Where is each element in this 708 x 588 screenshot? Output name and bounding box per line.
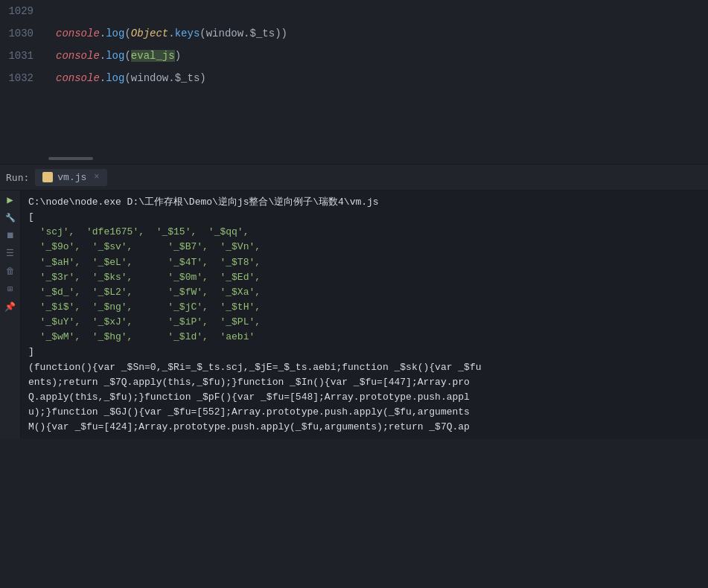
terminal-func-line1: (function(){var _$Sn=0,_$Ri=_$_ts.scj,_$…: [28, 360, 701, 375]
terminal-items-line4: '_$3r', '_$ks', '_$0m', '_$Ed',: [28, 270, 701, 285]
terminal-bracket-close: ]: [28, 345, 701, 359]
editor-area: 1029 1030 console.log(Object.keys(window…: [0, 0, 708, 164]
pin-icon[interactable]: 📌: [4, 301, 16, 313]
terminal-items-line6: '_$i$', '_$ng', '_$jC', '_$tH',: [28, 300, 701, 315]
tab-bar: Run: vm.js ×: [0, 164, 708, 191]
code-line-1029: 1029: [0, 0, 708, 22]
terminal-command-line: C:\node\node.exe D:\工作存根\Demo\逆向js整合\逆向例…: [28, 195, 701, 210]
tab-label: vm.js: [57, 172, 86, 183]
code-line-1030: 1030 console.log(Object.keys(window.$_ts…: [0, 22, 708, 45]
line-number-1032: 1032: [0, 72, 48, 84]
terminal-items-line7: '_$uY', '_$xJ', '_$iP', '_$PL',: [28, 315, 701, 330]
terminal-items-line2: '_$9o', '_$sv', '_$B7', '_$Vn',: [28, 240, 701, 255]
list-icon[interactable]: ☰: [4, 247, 16, 259]
terminal-func-line3: Q.apply(this,_$fu);}function _$pF(){var …: [28, 390, 701, 405]
code-line-1032: 1032 console.log(window.$_ts): [0, 67, 708, 89]
terminal-items-line3: '_$aH', '_$eL', '_$4T', '_$T8',: [28, 255, 701, 270]
line-number-1030: 1030: [0, 28, 48, 39]
code-line-empty-2: [0, 112, 708, 134]
terminal-func-line2: ents);return _$7Q.apply(this,_$fu);}func…: [28, 375, 701, 390]
stop-icon[interactable]: ⏹: [4, 229, 16, 241]
code-lines: 1029 1030 console.log(Object.keys(window…: [0, 0, 708, 164]
terminal-func-line4: u);}function _$GJ(){var _$fu=[552];Array…: [28, 405, 701, 420]
terminal-sidebar: ▶ 🔧 ⏹ ☰ 🗑 ⊞ 📌: [0, 191, 21, 439]
line-number-1029: 1029: [0, 5, 48, 17]
code-line-1031: 1031 console.log(eval_js): [0, 45, 708, 67]
line-content-1031: console.log(eval_js): [48, 50, 708, 62]
terminal-bracket-open: [: [28, 210, 701, 225]
play-button[interactable]: ▶: [4, 194, 16, 205]
line-content-1032: console.log(window.$_ts): [48, 72, 708, 84]
line-number-1031: 1031: [0, 50, 48, 62]
terminal-items-line8: '_$wM', '_$hg', '_$ld', 'aebi': [28, 330, 701, 345]
terminal-items-line1: 'scj', 'dfe1675', '_$15', '_$qq',: [28, 225, 701, 240]
tab-close-icon[interactable]: ×: [94, 172, 99, 182]
wrench-icon[interactable]: 🔧: [4, 211, 16, 223]
vm-tab[interactable]: vm.js ×: [35, 169, 106, 186]
run-label: Run:: [6, 172, 29, 183]
tab-file-icon: [42, 172, 53, 182]
code-line-empty-1: [0, 89, 708, 112]
line-content-1030: console.log(Object.keys(window.$_ts)): [48, 28, 708, 39]
trash-icon[interactable]: 🗑: [4, 265, 16, 277]
terminal-items-line5: '_$d_', '_$L2', '_$fW', '_$Xa',: [28, 285, 701, 300]
editor-scrollbar[interactable]: [48, 157, 93, 160]
terminal-area: ▶ 🔧 ⏹ ☰ 🗑 ⊞ 📌 C:\node\node.exe D:\工作存根\D…: [0, 191, 708, 439]
grid-icon[interactable]: ⊞: [4, 283, 16, 295]
terminal-func-line5: M(){var _$fu=[424];Array.prototype.push.…: [28, 420, 701, 435]
terminal-content: C:\node\node.exe D:\工作存根\Demo\逆向js整合\逆向例…: [21, 191, 708, 439]
